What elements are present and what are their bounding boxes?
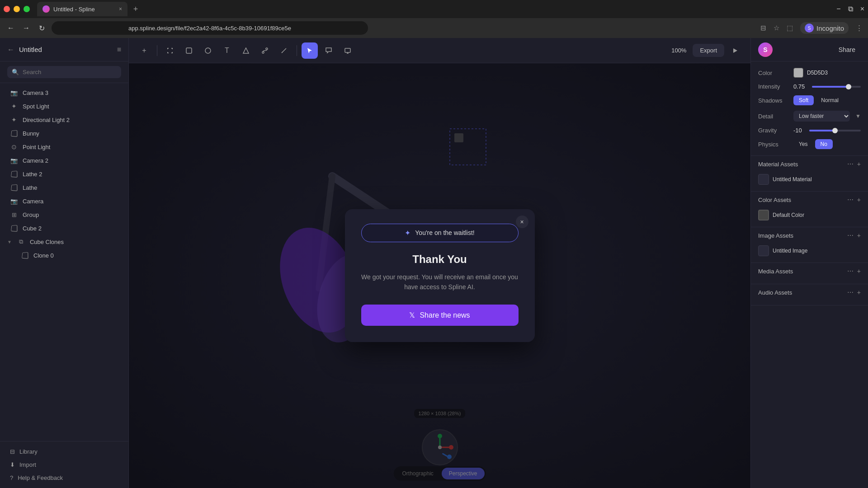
canvas-area[interactable]: 1280 × 1038 (28%) (129, 63, 750, 488)
more-menu-icon[interactable]: ⋮ (856, 24, 863, 32)
lathe-icon (10, 183, 18, 192)
text-tool-btn[interactable]: T (219, 42, 235, 59)
sidebar-item-group[interactable]: ⊞ Group (3, 208, 126, 221)
audio-add-btn[interactable]: + (857, 289, 861, 296)
sidebar-item-pointlight[interactable]: ⊙ Point Light (3, 140, 126, 154)
sidebar-header: ← Untitled ≡ (0, 38, 128, 61)
camera2-icon: 📷 (10, 156, 18, 164)
active-tab[interactable]: Untitled - Spline × (37, 2, 127, 16)
color-asset-item[interactable]: Default Color (758, 208, 861, 222)
sidebar-item-spotlight[interactable]: ✦ Spot Light (3, 99, 126, 113)
tab-close-btn[interactable]: × (119, 6, 122, 12)
group-icon: ⊞ (10, 211, 18, 219)
address-input[interactable] (52, 21, 368, 35)
sidebar-item-cubeclones[interactable]: ▼ ⧉ Cube Clones (3, 235, 126, 249)
restore-icon[interactable]: ⧉ (848, 5, 853, 13)
image-add-btn[interactable]: + (857, 232, 861, 239)
image-asset-item[interactable]: Untitled Image (758, 244, 861, 258)
material-more-btn[interactable]: ⋯ (847, 160, 854, 168)
image-assets-header: Image Assets ⋯ + (758, 232, 861, 239)
audio-assets-section: Audio Assets ⋯ + (751, 284, 868, 305)
physics-row: Physics Yes No (758, 139, 861, 149)
window-controls (4, 6, 30, 12)
modal-close-btn[interactable]: × (516, 216, 528, 228)
sidebar-item-dirlight2[interactable]: ✦ Directional Light 2 (3, 113, 126, 127)
sidebar-menu-btn[interactable]: ≡ (117, 46, 121, 54)
media-add-btn[interactable]: + (857, 267, 861, 275)
physics-yes-btn[interactable]: Yes (793, 139, 813, 149)
material-thumb (758, 174, 769, 185)
import-item[interactable]: ⬇ Import (3, 458, 126, 471)
sidebar-item-camera2[interactable]: 📷 Camera 2 (3, 154, 126, 167)
window-close-btn[interactable] (4, 6, 10, 12)
comment-tool-btn[interactable] (321, 42, 337, 59)
sidebar-item-bunny[interactable]: Bunny (3, 127, 126, 140)
sidebar-item-cube2[interactable]: Cube 2 (3, 221, 126, 235)
help-item[interactable]: ? Help & Feedback (3, 471, 126, 484)
color-add-btn[interactable]: + (857, 196, 861, 203)
path-tool-btn[interactable] (257, 42, 273, 59)
svg-rect-5 (345, 48, 350, 52)
refresh-btn[interactable]: ↻ (36, 23, 47, 33)
share-twitter-btn[interactable]: 𝕏 Share the news (361, 305, 519, 326)
gravity-slider[interactable] (809, 130, 861, 131)
physics-no-btn[interactable]: No (815, 139, 833, 149)
forward-btn[interactable]: → (21, 23, 32, 33)
shadows-soft-btn[interactable]: Soft (793, 95, 814, 105)
sidebar-back-btn[interactable]: ← (7, 46, 14, 54)
media-more-btn[interactable]: ⋯ (847, 267, 854, 275)
minimize-icon[interactable]: − (836, 5, 840, 13)
sidebar-item-lathe2[interactable]: Lathe 2 (3, 167, 126, 181)
intensity-row: Intensity 0.75 (758, 83, 861, 90)
audio-assets-title: Audio Assets (758, 289, 847, 296)
right-panel: S Share Color D5D5D3 Intensity 0.75 (750, 38, 868, 488)
camera-label: Camera (23, 198, 43, 205)
color-assets-title: Color Assets (758, 197, 847, 203)
modal-description: We got your request. You will receive an… (361, 272, 519, 292)
box-tool-btn[interactable] (181, 42, 197, 59)
shape-tool-btn[interactable] (238, 42, 254, 59)
new-tab-btn[interactable]: + (129, 3, 142, 15)
media-assets-section: Media Assets ⋯ + (751, 263, 868, 284)
transform-tool-btn[interactable] (162, 42, 178, 59)
add-tool-btn[interactable]: + (136, 42, 152, 59)
color-assets-header: Color Assets ⋯ + (758, 196, 861, 203)
camera3-icon: 📷 (10, 89, 18, 97)
library-item[interactable]: ⊟ Library (3, 445, 126, 458)
material-add-btn[interactable]: + (857, 160, 861, 168)
help-label: Help & Feedback (18, 474, 63, 481)
search-input[interactable] (23, 69, 117, 75)
properties-section: Color D5D5D3 Intensity 0.75 Shadows Soft (751, 61, 868, 156)
circle-tool-btn[interactable] (200, 42, 216, 59)
sidebar-items: 📷 Camera 3 ✦ Spot Light ✦ Directional Li… (0, 83, 128, 441)
gravity-value: -10 (793, 127, 802, 134)
sidebar-item-camera3[interactable]: 📷 Camera 3 (3, 86, 126, 99)
help-icon: ? (10, 474, 13, 481)
cursor-tool-btn[interactable] (302, 42, 318, 59)
color-swatch[interactable] (793, 68, 803, 78)
audio-more-btn[interactable]: ⋯ (847, 289, 854, 296)
sidebar-toggle-icon[interactable]: ⬚ (787, 24, 793, 32)
intensity-slider[interactable] (812, 86, 861, 88)
screen-tool-btn[interactable] (340, 42, 356, 59)
sidebar-item-clone0[interactable]: Clone 0 (3, 249, 126, 262)
back-btn[interactable]: ← (5, 23, 16, 33)
pen-tool-btn[interactable] (276, 42, 292, 59)
window-minimize-btn[interactable] (14, 6, 20, 12)
close-icon[interactable]: × (860, 5, 864, 13)
shadows-normal-btn[interactable]: Normal (816, 95, 844, 105)
export-btn[interactable]: Export (693, 44, 724, 57)
sidebar-item-camera[interactable]: 📷 Camera (3, 194, 126, 208)
window-maximize-btn[interactable] (24, 6, 30, 12)
share-btn[interactable]: Share (833, 43, 861, 56)
spotlight-icon: ✦ (10, 102, 18, 110)
color-hex: D5D5D3 (807, 70, 828, 76)
sidebar-item-lathe[interactable]: Lathe (3, 181, 126, 194)
image-more-btn[interactable]: ⋯ (847, 232, 854, 239)
image-assets-actions: ⋯ + (847, 232, 861, 239)
detail-select[interactable]: Low faster (793, 111, 850, 122)
play-btn[interactable] (727, 42, 743, 59)
color-more-btn[interactable]: ⋯ (847, 196, 854, 203)
bookmark-icon[interactable]: ☆ (774, 24, 779, 32)
material-asset-item[interactable]: Untitled Material (758, 172, 861, 187)
